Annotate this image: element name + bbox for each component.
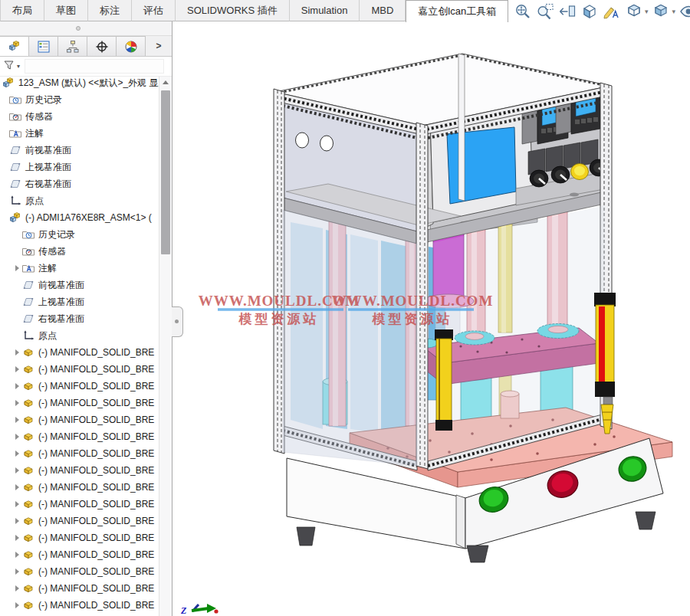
expand-arrow-icon[interactable] [12,501,21,507]
ribbon-tab-4[interactable]: SOLIDWORKS 插件 [176,0,290,21]
selector-knob-1[interactable] [530,170,548,187]
display-style-icon[interactable] [652,2,671,21]
panel-tab-featuremanager[interactable] [0,36,29,56]
hide-show-items-icon[interactable] [678,2,690,21]
tree-item-29[interactable]: (-) MANIFOLD_SOLID_BRE [0,563,159,580]
tree-item-label: (-) MANIFOLD_SOLID_BRE [38,600,154,611]
tree-item-24[interactable]: (-) MANIFOLD_SOLID_BRE [0,479,159,496]
tree-item-27[interactable]: (-) MANIFOLD_SOLID_BRE [0,529,159,546]
part-icon [21,447,35,460]
panel-tab-configurationmanager[interactable] [58,36,87,56]
display-style-dropdown-caret[interactable]: ▾ [672,8,676,15]
panel-tabs-overflow[interactable]: > [146,36,172,56]
tree-item-11[interactable]: 注解 [0,260,159,277]
scrollbar-up-arrow[interactable] [159,77,172,88]
tree-item-17[interactable]: (-) MANIFOLD_SOLID_BRE [0,361,159,378]
view-orientation-icon[interactable] [624,2,643,21]
previous-view-icon[interactable] [557,2,577,21]
tree-item-label: (-) MANIFOLD_SOLID_BRE [38,448,154,459]
tree-item-25[interactable]: (-) MANIFOLD_SOLID_BRE [0,496,159,513]
tree-item-2[interactable]: 传感器 [0,108,159,125]
expand-arrow-icon[interactable] [12,467,21,473]
model-3d-view[interactable]: WWW.MOULDL.COM 模型资源站 WWW.MOULDL.COM 模型资源… [172,0,690,616]
tree-item-8[interactable]: (-) ADMI1A76XE8R_ASM<1> ( [0,209,159,226]
view-orientation-dropdown-caret[interactable]: ▾ [645,8,649,15]
expand-arrow-icon[interactable] [12,568,21,575]
ribbon-tab-bar: 布局草图标注评估SOLIDWORKS 插件SimulationMBD嘉立创lca… [0,0,508,21]
tree-item-7[interactable]: 原点 [0,192,159,209]
tree-item-18[interactable]: (-) MANIFOLD_SOLID_BRE [0,378,159,395]
expand-arrow-icon[interactable] [12,349,21,356]
tree-item-9[interactable]: 历史记录 [0,226,159,243]
selector-knob-2[interactable] [551,166,570,183]
tree-item-16[interactable]: (-) MANIFOLD_SOLID_BRE [0,344,159,361]
expand-arrow-icon[interactable] [12,518,21,524]
expand-arrow-icon[interactable] [12,366,21,372]
tree-item-4[interactable]: 前视基准面 [0,142,159,159]
panel-splitter[interactable] [0,21,172,36]
filter-funnel-icon[interactable] [3,59,15,74]
ribbon-tab-7[interactable]: 嘉立创lcan工具箱 [406,0,508,22]
hmi-screen[interactable] [447,127,516,204]
light-curtain-left[interactable] [435,329,453,431]
expand-arrow-icon[interactable] [12,585,21,591]
expand-arrow-icon[interactable] [12,451,21,457]
tree-item-20[interactable]: (-) MANIFOLD_SOLID_BRE [0,411,159,428]
ribbon-tab-3[interactable]: 评估 [132,0,176,21]
ribbon-tab-0[interactable]: 布局 [0,0,44,21]
tree-item-label: 传感器 [38,245,66,258]
tree-item-3[interactable]: 注解 [0,125,159,142]
tree-item-label: (-) MANIFOLD_SOLID_BRE [38,465,154,476]
tree-item-label: (-) MANIFOLD_SOLID_BRE [38,516,154,526]
tree-item-13[interactable]: 上视基准面 [0,293,159,310]
panel-hole [296,133,309,148]
tree-item-10[interactable]: 传感器 [0,243,159,260]
filter-input[interactable] [25,59,164,74]
tree-item-23[interactable]: (-) MANIFOLD_SOLID_BRE [0,462,159,479]
expand-arrow-icon[interactable] [12,417,21,423]
panel-tab-dimxpertmanager[interactable] [87,36,117,56]
tree-item-5[interactable]: 上视基准面 [0,159,159,175]
expand-arrow-icon[interactable] [12,265,21,271]
expand-arrow-icon[interactable] [12,383,21,389]
graphics-viewport[interactable]: WWW.MOULDL.COM 模型资源站 WWW.MOULDL.COM 模型资源… [172,0,690,616]
tree-scrollbar[interactable] [159,77,172,616]
scrollbar-thumb[interactable] [161,90,170,254]
orientation-triad: Z [180,604,219,616]
yellow-button[interactable] [571,164,589,180]
tree-item-19[interactable]: (-) MANIFOLD_SOLID_BRE [0,395,159,411]
tree-item-0[interactable]: 123_ASM (默认) <<默认>_外观 显示 [0,74,159,91]
panel-tab-displaymanager[interactable] [117,36,146,56]
panel-flyout-handle[interactable] [172,306,183,337]
tree-item-31[interactable]: (-) MANIFOLD_SOLID_BRE [0,597,159,614]
section-view-icon[interactable] [580,2,599,21]
tree-item-21[interactable]: (-) MANIFOLD_SOLID_BRE [0,428,159,445]
tree-item-label: 历史记录 [38,228,75,241]
tree-item-label: 上视基准面 [38,296,84,309]
tree-item-22[interactable]: (-) MANIFOLD_SOLID_BRE [0,445,159,462]
expand-arrow-icon[interactable] [12,484,21,490]
expand-arrow-icon[interactable] [12,535,21,541]
annotation-visibility-icon[interactable] [602,2,621,21]
expand-arrow-icon[interactable] [12,434,21,440]
expand-arrow-icon[interactable] [12,602,21,608]
tree-item-14[interactable]: 右视基准面 [0,310,159,327]
tree-item-15[interactable]: 原点 [0,327,159,344]
tree-item-1[interactable]: 历史记录 [0,91,159,108]
ribbon-tab-2[interactable]: 标注 [88,0,132,21]
expand-arrow-icon[interactable] [12,552,21,558]
filter-dropdown-caret[interactable]: ▾ [17,63,20,70]
tree-item-6[interactable]: 右视基准面 [0,175,159,192]
expand-arrow-icon[interactable] [12,400,21,406]
ribbon-tab-1[interactable]: 草图 [44,0,88,21]
tree-item-30[interactable]: (-) MANIFOLD_SOLID_BRE [0,580,159,597]
tree-item-label: 原点 [25,195,44,208]
zoom-to-area-icon[interactable] [535,2,554,21]
zoom-to-fit-icon[interactable] [513,2,532,21]
tree-item-12[interactable]: 前视基准面 [0,277,159,293]
tree-item-26[interactable]: (-) MANIFOLD_SOLID_BRE [0,513,159,529]
ribbon-tab-5[interactable]: Simulation [290,0,360,21]
panel-tab-propertymanager[interactable] [29,36,58,56]
ribbon-tab-6[interactable]: MBD [360,0,406,21]
tree-item-28[interactable]: (-) MANIFOLD_SOLID_BRE [0,546,159,563]
